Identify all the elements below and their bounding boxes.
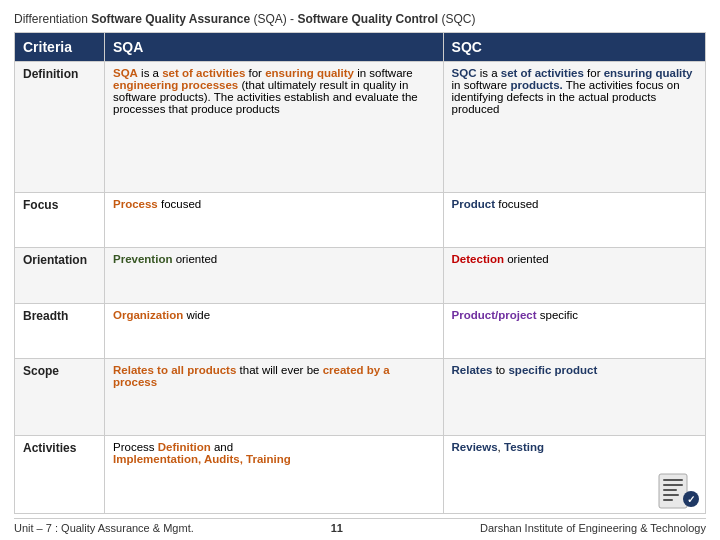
col-sqc: SQC	[443, 33, 705, 62]
table-row: DefinitionSQA is a set of activities for…	[15, 62, 706, 193]
table-cell: Relates to all products that will ever b…	[105, 358, 444, 436]
subtitle-sqa-paren: (SQA) -	[250, 12, 297, 26]
svg-rect-1	[663, 479, 683, 481]
subtitle-prefix: Differentiation	[14, 12, 91, 26]
footer-left: Unit – 7 : Quality Assurance & Mgmt.	[14, 522, 194, 534]
table-cell: Reviews, Testing ✓	[443, 436, 705, 514]
table-row: ActivitiesProcess Definition andImplemen…	[15, 436, 706, 514]
col-criteria: Criteria	[15, 33, 105, 62]
criteria-cell: Focus	[15, 192, 105, 247]
subtitle-sqa-label: Software Quality Assurance	[91, 12, 250, 26]
table-cell: Prevention oriented	[105, 248, 444, 303]
table-cell: Process Definition andImplementation, Au…	[105, 436, 444, 514]
footer: Unit – 7 : Quality Assurance & Mgmt. 11 …	[14, 518, 706, 534]
svg-rect-2	[663, 484, 683, 486]
criteria-cell: Definition	[15, 62, 105, 193]
criteria-cell: Scope	[15, 358, 105, 436]
svg-text:✓: ✓	[687, 494, 695, 505]
svg-rect-4	[663, 494, 679, 496]
table-cell: Product focused	[443, 192, 705, 247]
footer-right: Darshan Institute of Engineering & Techn…	[480, 522, 706, 534]
svg-rect-3	[663, 489, 677, 491]
comparison-table: Criteria SQA SQC DefinitionSQA is a set …	[14, 32, 706, 514]
table-header-row: Criteria SQA SQC	[15, 33, 706, 62]
criteria-cell: Orientation	[15, 248, 105, 303]
table-cell: Relates to specific product	[443, 358, 705, 436]
col-sqa: SQA	[105, 33, 444, 62]
table-cell: SQA is a set of activities for ensuring …	[105, 62, 444, 193]
criteria-cell: Activities	[15, 436, 105, 514]
footer-center: 11	[331, 522, 343, 534]
activities-illustration: ✓	[657, 473, 701, 509]
table-cell: Organization wide	[105, 303, 444, 358]
table-row: OrientationPrevention orientedDetection …	[15, 248, 706, 303]
table-row: ScopeRelates to all products that will e…	[15, 358, 706, 436]
table-row: FocusProcess focusedProduct focused	[15, 192, 706, 247]
table-cell: SQC is a set of activities for ensuring …	[443, 62, 705, 193]
table-cell: Detection oriented	[443, 248, 705, 303]
table-row: BreadthOrganization wideProduct/project …	[15, 303, 706, 358]
table-cell: Process focused	[105, 192, 444, 247]
subtitle: Differentiation Software Quality Assuran…	[14, 12, 706, 26]
page: Differentiation Software Quality Assuran…	[0, 0, 720, 540]
svg-rect-5	[663, 499, 673, 501]
subtitle-sqc-label: Software Quality Control	[297, 12, 438, 26]
subtitle-sqc-paren: (SQC)	[438, 12, 475, 26]
table-cell: Product/project specific	[443, 303, 705, 358]
criteria-cell: Breadth	[15, 303, 105, 358]
